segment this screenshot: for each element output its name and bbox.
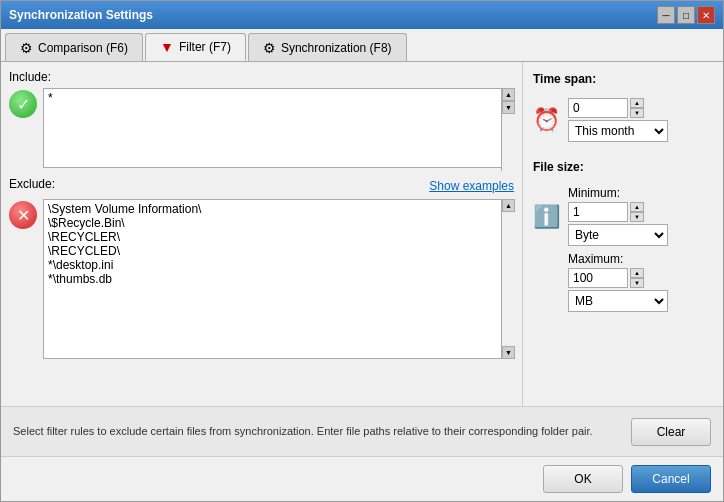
maximum-spinner-btns: ▲ ▼: [630, 268, 644, 288]
ok-button[interactable]: OK: [543, 465, 623, 493]
tab-bar: ⚙ Comparison (F6) ▼ Filter (F7) ⚙ Synchr…: [1, 29, 723, 62]
time-span-select[interactable]: This month This week Today Last week Las…: [568, 120, 668, 142]
time-span-controls: ▲ ▼ This month This week Today Last week…: [568, 98, 668, 142]
time-span-label: Time span:: [533, 72, 713, 86]
title-bar: Synchronization Settings ─ □ ✕: [1, 1, 723, 29]
tab-filter[interactable]: ▼ Filter (F7): [145, 33, 246, 61]
file-size-label: File size:: [533, 160, 713, 174]
maximum-unit-select[interactable]: Byte KB MB GB: [568, 290, 668, 312]
minimum-input[interactable]: [568, 202, 628, 222]
tab-comparison-label: Comparison (F6): [38, 41, 128, 55]
comparison-icon: ⚙: [20, 40, 33, 56]
exclude-textarea-wrapper: ▲ ▼: [43, 199, 514, 359]
sync-icon: ⚙: [263, 40, 276, 56]
maximize-button[interactable]: □: [677, 6, 695, 24]
minimum-unit-select[interactable]: Byte KB MB GB: [568, 224, 668, 246]
left-panel: Include: ✓ ▲ ▼ Exclude: Show examples: [1, 62, 523, 406]
time-span-down-btn[interactable]: ▼: [630, 108, 644, 118]
tab-comparison[interactable]: ⚙ Comparison (F6): [5, 33, 143, 61]
clear-button[interactable]: Clear: [631, 418, 711, 446]
time-span-section: ⏰ ▲ ▼ This month This week Today: [533, 98, 713, 142]
minimum-label: Minimum:: [568, 186, 713, 200]
check-icon: ✓: [9, 90, 37, 118]
maximum-up-btn[interactable]: ▲: [630, 268, 644, 278]
exclude-section: ✕ ▲ ▼: [9, 199, 514, 398]
filter-icon: ▼: [160, 39, 174, 55]
tab-synchronization-label: Synchronization (F8): [281, 41, 392, 55]
exclude-scrollbar-up[interactable]: ▲: [502, 199, 515, 212]
time-span-up-btn[interactable]: ▲: [630, 98, 644, 108]
footer: OK Cancel: [1, 456, 723, 501]
show-examples-link[interactable]: Show examples: [429, 179, 514, 193]
scrollbar-down-btn[interactable]: ▼: [502, 101, 515, 114]
bottom-info-text: Select filter rules to exclude certain f…: [13, 424, 619, 439]
tab-filter-label: Filter (F7): [179, 40, 231, 54]
file-size-controls: Minimum: ▲ ▼ Byte KB MB GB: [568, 186, 713, 312]
window: Synchronization Settings ─ □ ✕ ⚙ Compari…: [0, 0, 724, 502]
content-area: Include: ✓ ▲ ▼ Exclude: Show examples: [1, 62, 723, 406]
clock-icon: ⏰: [533, 107, 560, 133]
file-size-section: ℹ️ Minimum: ▲ ▼ Byte KB MB: [533, 186, 713, 312]
window-title: Synchronization Settings: [9, 8, 153, 22]
minimum-unit-row: Byte KB MB GB: [568, 224, 713, 246]
close-button[interactable]: ✕: [697, 6, 715, 24]
exclude-scrollbar-down[interactable]: ▼: [502, 346, 515, 359]
include-textarea[interactable]: [43, 88, 514, 168]
bottom-info: Select filter rules to exclude certain f…: [1, 406, 723, 456]
exclude-label: Exclude:: [9, 177, 55, 191]
maximum-unit-row: Byte KB MB GB: [568, 290, 713, 312]
exclude-scrollbar[interactable]: ▲ ▼: [501, 199, 514, 359]
minimum-spinner-btns: ▲ ▼: [630, 202, 644, 222]
include-textarea-wrapper: ▲ ▼: [43, 88, 514, 171]
minimize-button[interactable]: ─: [657, 6, 675, 24]
include-section: ✓ ▲ ▼: [9, 88, 514, 171]
tab-synchronization[interactable]: ⚙ Synchronization (F8): [248, 33, 407, 61]
title-bar-controls: ─ □ ✕: [657, 6, 715, 24]
time-span-dropdown-row: This month This week Today Last week Las…: [568, 120, 668, 142]
cancel-button[interactable]: Cancel: [631, 465, 711, 493]
exclude-header: Exclude: Show examples: [9, 177, 514, 195]
maximum-down-btn[interactable]: ▼: [630, 278, 644, 288]
include-label: Include:: [9, 70, 514, 84]
include-scrollbar[interactable]: ▲ ▼: [501, 88, 514, 171]
info-icon: ℹ️: [533, 204, 560, 230]
error-icon: ✕: [9, 201, 37, 229]
maximum-label: Maximum:: [568, 252, 713, 266]
exclude-textarea[interactable]: [43, 199, 514, 359]
minimum-up-btn[interactable]: ▲: [630, 202, 644, 212]
time-span-spinner-row: ▲ ▼: [568, 98, 668, 118]
maximum-spinner-row: ▲ ▼: [568, 268, 713, 288]
minimum-down-btn[interactable]: ▼: [630, 212, 644, 222]
time-span-spinner-btns: ▲ ▼: [630, 98, 644, 118]
maximum-input[interactable]: [568, 268, 628, 288]
time-span-input[interactable]: [568, 98, 628, 118]
scrollbar-up-btn[interactable]: ▲: [502, 88, 515, 101]
right-panel: Time span: ⏰ ▲ ▼ This month This we: [523, 62, 723, 406]
minimum-spinner-row: ▲ ▼: [568, 202, 713, 222]
